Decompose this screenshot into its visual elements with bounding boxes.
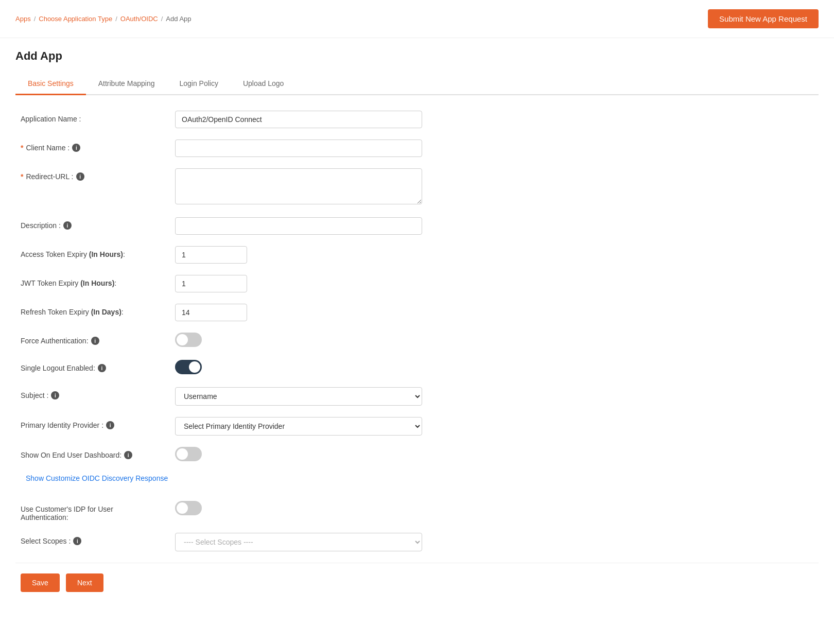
application-name-control (175, 111, 422, 128)
application-name-input[interactable] (175, 111, 422, 128)
single-logout-slider (175, 360, 202, 374)
redirect-url-control (175, 168, 422, 206)
tab-basic-settings[interactable]: Basic Settings (15, 73, 86, 95)
redirect-url-input[interactable] (175, 168, 422, 204)
redirect-url-label: *Redirect-URL : i (21, 168, 165, 181)
breadcrumb-oauth-oidc[interactable]: OAuth/OIDC (120, 15, 158, 23)
force-authentication-control (175, 333, 422, 349)
select-scopes-label: Select Scopes : i (21, 533, 165, 545)
use-customer-idp-label: Use Customer's IDP for UserAuthenticatio… (21, 501, 165, 521)
jwt-token-expiry-input[interactable] (175, 275, 247, 292)
application-name-label: Application Name : (21, 111, 165, 123)
save-button[interactable]: Save (21, 573, 60, 592)
single-logout-info-icon[interactable]: i (98, 364, 106, 372)
description-row: Description : i (21, 217, 813, 235)
tab-attribute-mapping[interactable]: Attribute Mapping (86, 73, 167, 95)
force-authentication-label: Force Authentication: i (21, 333, 165, 345)
access-token-expiry-row: Access Token Expiry (In Hours): (21, 246, 813, 264)
customize-oidc-link-row: Show Customize OIDC Discovery Response (21, 474, 813, 492)
client-name-required: * (21, 144, 23, 152)
page-title: Add App (15, 49, 819, 63)
form-section: Application Name : *Client Name : i *Red… (15, 111, 819, 551)
jwt-token-expiry-label: JWT Token Expiry (In Hours): (21, 275, 165, 287)
force-authentication-toggle[interactable] (175, 333, 202, 347)
next-button[interactable]: Next (66, 573, 103, 592)
tab-login-policy[interactable]: Login Policy (167, 73, 231, 95)
refresh-token-expiry-input[interactable] (175, 304, 247, 321)
redirect-url-info-icon[interactable]: i (76, 172, 84, 181)
refresh-token-expiry-label: Refresh Token Expiry (In Days): (21, 304, 165, 316)
show-on-dashboard-control (175, 447, 422, 463)
tabs: Basic Settings Attribute Mapping Login P… (15, 73, 819, 95)
access-token-expiry-label: Access Token Expiry (In Hours): (21, 246, 165, 258)
primary-identity-provider-label: Primary Identity Provider : i (21, 417, 165, 429)
single-logout-row: Single Logout Enabled: i (21, 360, 813, 376)
breadcrumb-add-app: Add App (166, 15, 191, 23)
subject-row: Subject : i Username Email Phone (21, 387, 813, 406)
breadcrumb-sep1: / (34, 15, 36, 23)
submit-new-app-request-button[interactable]: Submit New App Request (708, 9, 819, 28)
breadcrumb-apps[interactable]: Apps (15, 15, 31, 23)
refresh-token-expiry-row: Refresh Token Expiry (In Days): (21, 304, 813, 321)
force-authentication-info-icon[interactable]: i (91, 337, 99, 345)
client-name-row: *Client Name : i (21, 140, 813, 157)
jwt-token-expiry-control (175, 275, 247, 292)
single-logout-label: Single Logout Enabled: i (21, 360, 165, 372)
subject-control: Username Email Phone (175, 387, 422, 406)
use-customer-idp-control (175, 501, 422, 517)
footer-buttons: Save Next (15, 563, 819, 602)
description-label: Description : i (21, 217, 165, 230)
refresh-token-expiry-control (175, 304, 247, 321)
single-logout-control (175, 360, 422, 376)
show-on-dashboard-info-icon[interactable]: i (124, 451, 132, 459)
access-token-expiry-input[interactable] (175, 246, 247, 264)
show-on-dashboard-row: Show On End User Dashboard: i (21, 447, 813, 463)
application-name-row: Application Name : (21, 111, 813, 128)
select-scopes-control: ---- Select Scopes ---- (175, 533, 422, 551)
select-scopes-select[interactable]: ---- Select Scopes ---- (175, 533, 422, 551)
select-scopes-info-icon[interactable]: i (73, 537, 81, 545)
client-name-info-icon[interactable]: i (72, 144, 80, 152)
breadcrumb-sep2: / (115, 15, 117, 23)
use-customer-idp-toggle[interactable] (175, 501, 202, 515)
use-customer-idp-row: Use Customer's IDP for UserAuthenticatio… (21, 501, 813, 521)
show-on-dashboard-slider (175, 447, 202, 461)
client-name-control (175, 140, 422, 157)
primary-identity-provider-row: Primary Identity Provider : i Select Pri… (21, 417, 813, 436)
tab-upload-logo[interactable]: Upload Logo (231, 73, 296, 95)
force-authentication-row: Force Authentication: i (21, 333, 813, 349)
page-content: Add App Basic Settings Attribute Mapping… (0, 38, 834, 614)
show-customize-oidc-link[interactable]: Show Customize OIDC Discovery Response (26, 474, 168, 482)
subject-select[interactable]: Username Email Phone (175, 387, 422, 406)
redirect-url-row: *Redirect-URL : i (21, 168, 813, 206)
access-token-expiry-control (175, 246, 247, 264)
select-scopes-row: Select Scopes : i ---- Select Scopes ---… (21, 533, 813, 551)
primary-identity-provider-control: Select Primary Identity Provider (175, 417, 422, 436)
subject-label: Subject : i (21, 387, 165, 399)
jwt-token-expiry-row: JWT Token Expiry (In Hours): (21, 275, 813, 292)
description-control (175, 217, 422, 235)
top-bar: Apps / Choose Application Type / OAuth/O… (0, 0, 834, 38)
primary-identity-provider-info-icon[interactable]: i (106, 421, 114, 429)
breadcrumb-sep3: / (161, 15, 163, 23)
single-logout-toggle[interactable] (175, 360, 202, 374)
show-on-dashboard-toggle[interactable] (175, 447, 202, 461)
force-authentication-slider (175, 333, 202, 347)
breadcrumb: Apps / Choose Application Type / OAuth/O… (15, 15, 192, 23)
description-input[interactable] (175, 217, 422, 235)
breadcrumb-choose-app-type[interactable]: Choose Application Type (39, 15, 112, 23)
subject-info-icon[interactable]: i (51, 391, 59, 399)
client-name-label: *Client Name : i (21, 140, 165, 152)
client-name-input[interactable] (175, 140, 422, 157)
show-on-dashboard-label: Show On End User Dashboard: i (21, 447, 165, 459)
description-info-icon[interactable]: i (63, 221, 72, 230)
use-customer-idp-slider (175, 501, 202, 515)
redirect-url-required: * (21, 172, 23, 181)
primary-identity-provider-select[interactable]: Select Primary Identity Provider (175, 417, 422, 436)
